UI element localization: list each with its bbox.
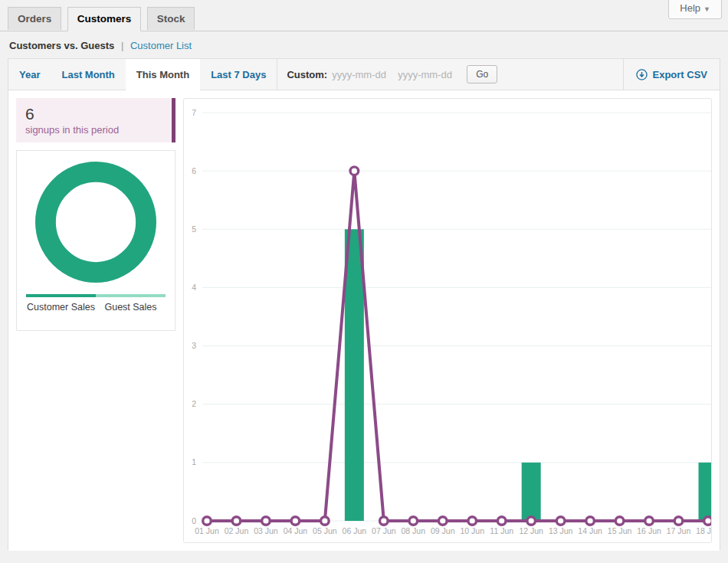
svg-text:7: 7 — [192, 108, 196, 117]
svg-text:1: 1 — [192, 457, 196, 466]
export-csv-button[interactable]: Export CSV — [623, 59, 720, 90]
range-last-7-days[interactable]: Last 7 Days — [200, 59, 277, 90]
range-last-month[interactable]: Last Month — [51, 59, 125, 90]
legend-guest-sales: Guest Sales — [96, 294, 166, 313]
tab-orders[interactable]: Orders — [8, 7, 61, 30]
svg-text:18 Jun: 18 Jun — [696, 526, 711, 535]
range-this-month[interactable]: This Month — [126, 59, 200, 90]
svg-text:6: 6 — [192, 166, 196, 175]
svg-text:09 Jun: 09 Jun — [431, 526, 455, 535]
svg-text:08 Jun: 08 Jun — [402, 526, 426, 535]
svg-text:07 Jun: 07 Jun — [372, 526, 396, 535]
svg-text:16 Jun: 16 Jun — [637, 526, 661, 535]
svg-text:4: 4 — [192, 283, 196, 292]
chevron-down-icon: ▼ — [703, 5, 710, 13]
svg-text:10 Jun: 10 Jun — [460, 526, 484, 535]
signups-summary-box: 6 signups in this period — [16, 98, 175, 142]
svg-text:01 Jun: 01 Jun — [195, 526, 219, 535]
signups-count-label: signups in this period — [25, 124, 162, 136]
svg-text:13 Jun: 13 Jun — [549, 526, 573, 535]
signups-chart[interactable]: 0123456701 Jun02 Jun03 Jun04 Jun05 Jun06… — [183, 98, 712, 543]
svg-text:03 Jun: 03 Jun — [254, 526, 278, 535]
go-button[interactable]: Go — [467, 65, 497, 83]
svg-text:05 Jun: 05 Jun — [313, 526, 337, 535]
signups-count: 6 — [25, 104, 162, 124]
export-csv-label: Export CSV — [652, 69, 707, 80]
customer-guest-donut-box: Customer Sales Guest Sales — [16, 150, 175, 331]
report-tabs: Orders Customers Stock Help▼ — [0, 0, 728, 31]
download-circle-icon — [636, 69, 648, 80]
svg-text:14 Jun: 14 Jun — [578, 526, 602, 535]
range-year[interactable]: Year — [8, 59, 51, 90]
breadcrumb: Customers vs. Guests | Customer List — [0, 31, 728, 58]
svg-text:0: 0 — [192, 516, 196, 525]
svg-text:06 Jun: 06 Jun — [343, 526, 367, 535]
tab-customers[interactable]: Customers — [67, 7, 142, 31]
donut-chart — [34, 160, 158, 287]
tab-stock[interactable]: Stock — [147, 7, 195, 30]
breadcrumb-current: Customers vs. Guests — [9, 40, 114, 51]
svg-text:2: 2 — [192, 399, 196, 408]
report-sidebar: 6 signups in this period Customer Sales … — [16, 98, 175, 543]
svg-text:11 Jun: 11 Jun — [490, 526, 513, 535]
svg-text:3: 3 — [192, 341, 196, 350]
donut-legend: Customer Sales Guest Sales — [26, 294, 166, 313]
svg-text:02 Jun: 02 Jun — [225, 526, 249, 535]
svg-text:17 Jun: 17 Jun — [667, 526, 691, 535]
custom-range-label: Custom: — [287, 69, 327, 80]
help-button[interactable]: Help▼ — [668, 0, 722, 19]
custom-range-group: Custom: Go — [277, 59, 507, 90]
svg-text:15 Jun: 15 Jun — [608, 526, 632, 535]
date-from-input[interactable] — [332, 69, 395, 80]
breadcrumb-separator: | — [121, 40, 123, 51]
legend-customer-sales: Customer Sales — [26, 294, 96, 313]
help-label: Help — [680, 2, 700, 14]
date-to-input[interactable] — [398, 69, 461, 80]
date-range-filterbar: Year Last Month This Month Last 7 Days C… — [8, 59, 720, 90]
report-panel: Year Last Month This Month Last 7 Days C… — [8, 58, 720, 550]
svg-text:5: 5 — [192, 224, 196, 234]
customer-list-link[interactable]: Customer List — [130, 40, 192, 51]
svg-text:12 Jun: 12 Jun — [519, 526, 543, 535]
report-content: 6 signups in this period Customer Sales … — [8, 90, 720, 551]
svg-text:04 Jun: 04 Jun — [284, 526, 308, 535]
